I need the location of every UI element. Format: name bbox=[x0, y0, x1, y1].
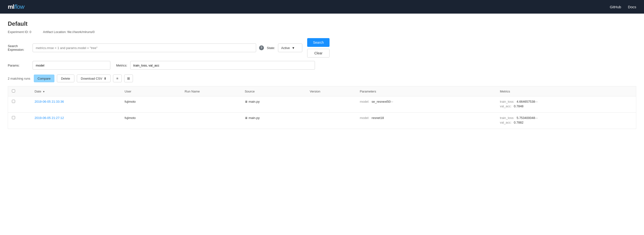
run-name bbox=[181, 113, 241, 129]
run-source: 🖥main.py bbox=[241, 113, 306, 129]
state-dropdown[interactable]: Active ▼ bbox=[278, 43, 302, 52]
runs-count: 2 matching runs bbox=[8, 77, 30, 80]
run-metrics: train_loss: 5.753400048··· val_acc: 0.78… bbox=[496, 113, 636, 129]
date-col-header[interactable]: Date ▼ bbox=[30, 86, 121, 96]
runs-table: Date ▼ User Run Name Source Version Para… bbox=[8, 86, 636, 129]
page-title: Default bbox=[8, 20, 636, 27]
metrics-input[interactable] bbox=[130, 61, 315, 70]
row-checkbox[interactable] bbox=[12, 100, 15, 103]
param-value: resnet18 bbox=[370, 116, 384, 120]
run-date-link[interactable]: 2019-06-05 21:33:36 bbox=[34, 100, 64, 103]
logo-flow: flow bbox=[14, 3, 24, 10]
grid-view-button[interactable]: ⊞ bbox=[124, 74, 133, 82]
docs-link[interactable]: Docs bbox=[628, 5, 636, 9]
search-area: SearchExpression: ? State: Active ▼ Sear… bbox=[8, 38, 636, 70]
download-csv-button[interactable]: Download CSV ⬇ bbox=[77, 74, 110, 82]
delete-button[interactable]: Delete bbox=[57, 74, 74, 82]
run-metrics: train_loss: 4.664657538··· val_acc: 0.78… bbox=[496, 96, 636, 113]
search-expression-input[interactable] bbox=[32, 43, 256, 52]
main-content: Default Experiment ID: 0 Artifact Locati… bbox=[0, 13, 644, 137]
row-checkbox[interactable] bbox=[12, 116, 15, 119]
runs-toolbar: 2 matching runs Compare Delete Download … bbox=[8, 74, 636, 82]
run-version bbox=[306, 113, 356, 129]
github-link[interactable]: GitHub bbox=[610, 5, 621, 9]
param-value: se_resnext50··· bbox=[370, 100, 393, 103]
table-row: 2019-06-05 21:33:36 fujimoto 🖥main.py mo… bbox=[8, 96, 636, 113]
run-source: 🖥main.py bbox=[241, 96, 306, 113]
param-key: model: bbox=[360, 116, 369, 120]
table-row: 2019-06-05 21:27:12 fujimoto 🖥main.py mo… bbox=[8, 113, 636, 129]
params-input[interactable] bbox=[32, 61, 110, 70]
logo: ml flow bbox=[8, 3, 24, 10]
search-button[interactable]: Search bbox=[307, 38, 330, 47]
row-checkbox-cell[interactable] bbox=[8, 113, 31, 129]
run-version bbox=[306, 96, 356, 113]
run-user: fujimoto bbox=[121, 96, 181, 113]
date-sort-arrow: ▼ bbox=[42, 90, 45, 93]
search-expression-label: SearchExpression: bbox=[8, 44, 30, 51]
experiment-id: Experiment ID: 0 bbox=[8, 30, 31, 34]
metric2-value: 0.7848 bbox=[513, 104, 524, 108]
search-buttons: Search Clear bbox=[307, 38, 330, 57]
table-body: 2019-06-05 21:33:36 fujimoto 🖥main.py mo… bbox=[8, 96, 636, 129]
metric1-key: train_loss: bbox=[500, 116, 514, 120]
monitor-icon: 🖥 bbox=[245, 100, 248, 103]
row-checkbox-cell[interactable] bbox=[8, 96, 31, 113]
state-label: State: bbox=[267, 46, 275, 50]
metric1-value: 5.753400048··· bbox=[516, 116, 538, 120]
metric1-value: 4.664657538··· bbox=[516, 100, 538, 103]
run-name-col-header: Run Name bbox=[181, 86, 241, 96]
monitor-icon: 🖥 bbox=[245, 116, 248, 120]
select-all-checkbox-header[interactable] bbox=[8, 86, 31, 96]
list-view-button[interactable]: ≡ bbox=[113, 74, 122, 82]
metric2-key: val_acc: bbox=[500, 121, 512, 124]
params-col-header: Parameters bbox=[356, 86, 496, 96]
param-key: model: bbox=[360, 100, 369, 103]
user-col-header: User bbox=[121, 86, 181, 96]
run-params: model: se_resnext50··· bbox=[356, 96, 496, 113]
metric1-key: train_loss: bbox=[500, 100, 514, 103]
run-date: 2019-06-05 21:27:12 bbox=[30, 113, 121, 129]
run-date-link[interactable]: 2019-06-05 21:27:12 bbox=[34, 116, 64, 120]
header-nav: GitHub Docs bbox=[610, 5, 636, 9]
run-params: model: resnet18 bbox=[356, 113, 496, 129]
app-header: ml flow GitHub Docs bbox=[0, 0, 644, 13]
logo-ml: ml bbox=[8, 3, 14, 10]
clear-button[interactable]: Clear bbox=[307, 49, 330, 57]
metrics-col-header: Metrics bbox=[496, 86, 636, 96]
table-header: Date ▼ User Run Name Source Version Para… bbox=[8, 86, 636, 96]
source-col-header: Source bbox=[241, 86, 306, 96]
artifact-location: Artifact Location: file:///work/mlruns/0 bbox=[43, 30, 94, 34]
metric2-key: val_acc: bbox=[500, 104, 512, 108]
metrics-label: Metrics: bbox=[116, 64, 127, 67]
help-icon[interactable]: ? bbox=[259, 45, 264, 50]
download-icon: ⬇ bbox=[104, 77, 106, 80]
compare-button[interactable]: Compare bbox=[34, 74, 54, 82]
run-name bbox=[181, 96, 241, 113]
select-all-checkbox[interactable] bbox=[12, 89, 15, 92]
run-date: 2019-06-05 21:33:36 bbox=[30, 96, 121, 113]
metric2-value: 0.7882 bbox=[513, 121, 524, 124]
experiment-info: Experiment ID: 0 Artifact Location: file… bbox=[8, 30, 636, 34]
run-user: fujimoto bbox=[121, 113, 181, 129]
params-label: Params: bbox=[8, 64, 30, 67]
params-metrics-row: Params: Metrics: bbox=[8, 61, 636, 70]
version-col-header: Version bbox=[306, 86, 356, 96]
